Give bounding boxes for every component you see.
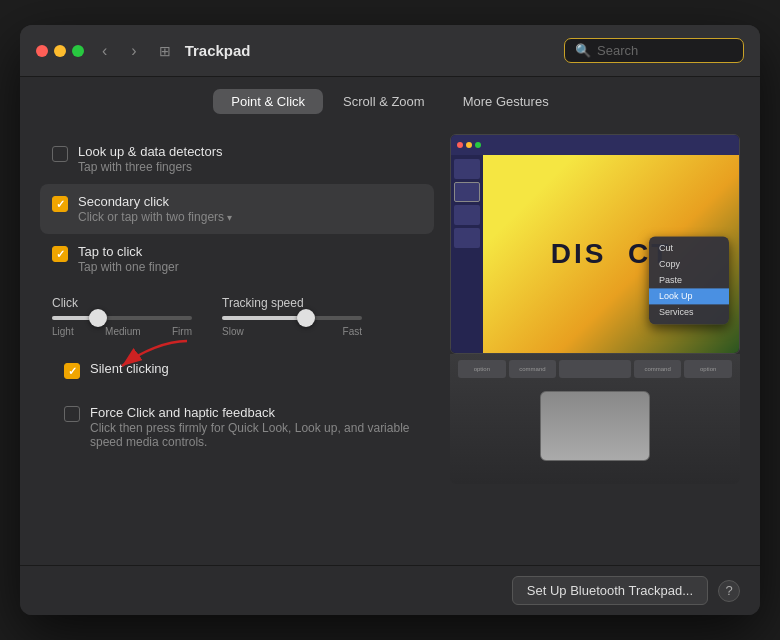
click-slider-thumb[interactable] bbox=[89, 309, 107, 327]
right-panel: DIS CT Cut Copy Paste Look Up Services bbox=[450, 134, 740, 549]
preview-thumb-1 bbox=[454, 159, 480, 179]
tracking-speed-slider-track[interactable] bbox=[222, 316, 362, 320]
back-button[interactable]: ‹ bbox=[96, 40, 113, 62]
click-slider-label: Click bbox=[52, 296, 78, 310]
preview-dot-min bbox=[466, 142, 472, 148]
trackpad-wrapper bbox=[458, 387, 732, 461]
tracking-speed-labels: Slow Fast bbox=[222, 326, 362, 337]
checkbox-force-click[interactable] bbox=[64, 406, 80, 422]
key-space bbox=[559, 360, 630, 378]
preview-menu-paste: Paste bbox=[649, 272, 729, 288]
preview-dot-close bbox=[457, 142, 463, 148]
forward-button[interactable]: › bbox=[125, 40, 142, 62]
force-click-label: Force Click and haptic feedback bbox=[90, 405, 410, 420]
setting-look-up: Look up & data detectors Tap with three … bbox=[40, 134, 434, 184]
bottom-bar: Set Up Bluetooth Trackpad... ? bbox=[20, 565, 760, 615]
preview-canvas: DIS CT Cut Copy Paste Look Up Services bbox=[483, 155, 739, 353]
preview-menu-copy: Copy bbox=[649, 256, 729, 272]
preview-context-menu: Cut Copy Paste Look Up Services bbox=[649, 236, 729, 324]
click-slider-labels: Light Medium Firm bbox=[52, 326, 192, 337]
click-slider-track[interactable] bbox=[52, 316, 192, 320]
traffic-lights bbox=[36, 45, 84, 57]
setting-tap-to-click-subtitle: Tap with one finger bbox=[78, 260, 179, 274]
preview-main-area: DIS CT Cut Copy Paste Look Up Services bbox=[451, 155, 739, 353]
trackpad-preview bbox=[540, 391, 650, 461]
grid-icon[interactable]: ⊞ bbox=[159, 43, 171, 59]
keyboard-row-1: option command command option bbox=[458, 360, 732, 378]
setting-secondary-click: Secondary click Click or tap with two fi… bbox=[40, 184, 434, 234]
checkbox-look-up[interactable] bbox=[52, 146, 68, 162]
checkbox-secondary-click[interactable] bbox=[52, 196, 68, 212]
maximize-button[interactable] bbox=[72, 45, 84, 57]
silent-clicking-label: Silent clicking bbox=[90, 361, 169, 376]
setting-force-click: Force Click and haptic feedback Click th… bbox=[52, 395, 422, 459]
search-icon: 🔍 bbox=[575, 43, 591, 58]
titlebar: ‹ › ⊞ Trackpad 🔍 bbox=[20, 25, 760, 77]
bluetooth-button[interactable]: Set Up Bluetooth Trackpad... bbox=[512, 576, 708, 605]
help-button[interactable]: ? bbox=[718, 580, 740, 602]
left-panel: Look up & data detectors Tap with three … bbox=[40, 134, 434, 549]
tab-more-gestures[interactable]: More Gestures bbox=[445, 89, 567, 114]
tab-point-click[interactable]: Point & Click bbox=[213, 89, 323, 114]
tracking-speed-min-label: Slow bbox=[222, 326, 244, 337]
sliders-section: Click Light Medium Firm Tracking speed bbox=[40, 284, 434, 343]
preview-sidebar bbox=[451, 155, 483, 353]
search-input[interactable] bbox=[597, 43, 727, 58]
preview-keyboard: option command command option bbox=[450, 354, 740, 484]
key-option-left: option bbox=[458, 360, 506, 378]
preview-dot-max bbox=[475, 142, 481, 148]
setting-silent-clicking: Silent clicking bbox=[52, 351, 422, 389]
preview-menu-cut: Cut bbox=[649, 240, 729, 256]
setting-look-up-subtitle: Tap with three fingers bbox=[78, 160, 223, 174]
tracking-speed-slider-filled bbox=[222, 316, 306, 320]
click-slider-max-label: Firm bbox=[172, 326, 192, 337]
minimize-button[interactable] bbox=[54, 45, 66, 57]
setting-secondary-click-subtitle: Click or tap with two fingers ▾ bbox=[78, 210, 232, 224]
preview-thumb-4 bbox=[454, 228, 480, 248]
click-slider-mid-label: Medium bbox=[74, 326, 172, 337]
setting-look-up-label: Look up & data detectors bbox=[78, 144, 223, 159]
main-content: Look up & data detectors Tap with three … bbox=[20, 124, 760, 565]
tab-scroll-zoom[interactable]: Scroll & Zoom bbox=[325, 89, 443, 114]
bottom-settings: Silent clicking bbox=[40, 343, 434, 467]
click-slider-min-label: Light bbox=[52, 326, 74, 337]
close-button[interactable] bbox=[36, 45, 48, 57]
preview-menu-services: Services bbox=[649, 304, 729, 320]
preview-menu-lookup: Look Up bbox=[649, 288, 729, 304]
click-slider-group: Click Light Medium Firm bbox=[52, 296, 192, 337]
preview-thumb-2 bbox=[454, 182, 480, 202]
key-command-right: command bbox=[634, 360, 682, 378]
force-click-subtitle: Click then press firmly for Quick Look, … bbox=[90, 421, 410, 449]
tracking-speed-max-label: Fast bbox=[343, 326, 362, 337]
window-title: Trackpad bbox=[185, 42, 251, 59]
setting-tap-to-click-label: Tap to click bbox=[78, 244, 179, 259]
tracking-speed-label: Tracking speed bbox=[222, 296, 304, 310]
main-window: ‹ › ⊞ Trackpad 🔍 Point & Click Scroll & … bbox=[20, 25, 760, 615]
setting-tap-to-click: Tap to click Tap with one finger bbox=[40, 234, 434, 284]
tracking-speed-slider-group: Tracking speed Slow Fast bbox=[222, 296, 362, 337]
setting-secondary-click-label: Secondary click bbox=[78, 194, 232, 209]
preview-image: DIS CT Cut Copy Paste Look Up Services bbox=[450, 134, 740, 354]
checkbox-tap-to-click[interactable] bbox=[52, 246, 68, 262]
tabs-bar: Point & Click Scroll & Zoom More Gesture… bbox=[20, 77, 760, 124]
dropdown-arrow-icon[interactable]: ▾ bbox=[227, 212, 232, 223]
preview-inner: DIS CT Cut Copy Paste Look Up Services bbox=[451, 135, 739, 353]
search-box[interactable]: 🔍 bbox=[564, 38, 744, 63]
preview-topbar bbox=[451, 135, 739, 155]
silent-clicking-container: Silent clicking bbox=[52, 351, 422, 389]
tracking-speed-slider-thumb[interactable] bbox=[297, 309, 315, 327]
key-option-right: option bbox=[684, 360, 732, 378]
preview-thumb-3 bbox=[454, 205, 480, 225]
checkbox-silent-clicking[interactable] bbox=[64, 363, 80, 379]
key-command-left: command bbox=[509, 360, 557, 378]
